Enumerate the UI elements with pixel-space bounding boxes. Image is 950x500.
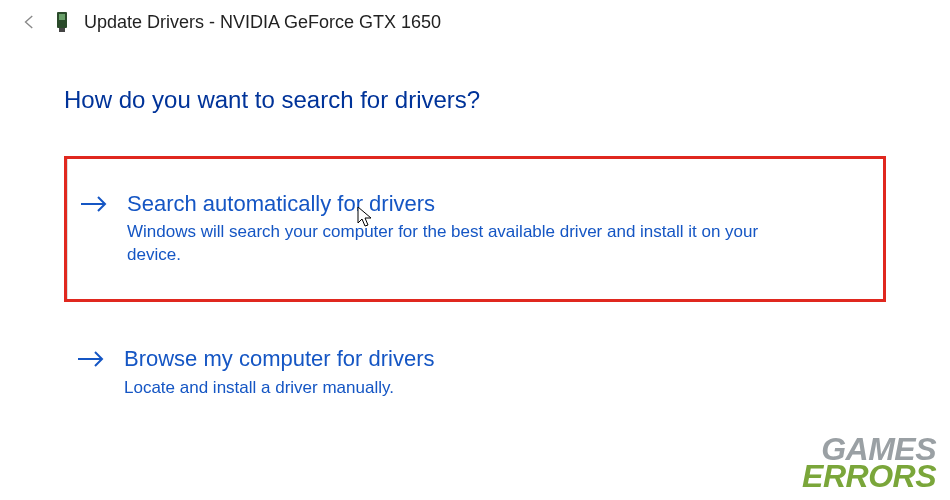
device-gpu-icon xyxy=(54,10,70,34)
option-text: Search automatically for drivers Windows… xyxy=(127,191,865,267)
arrow-right-icon xyxy=(76,348,106,372)
question-heading: How do you want to search for drivers? xyxy=(64,86,886,114)
back-arrow-icon[interactable] xyxy=(20,12,40,32)
window-title: Update Drivers - NVIDIA GeForce GTX 1650 xyxy=(84,12,441,33)
dialog-content: How do you want to search for drivers? S… xyxy=(0,42,950,418)
titlebar: Update Drivers - NVIDIA GeForce GTX 1650 xyxy=(0,0,950,42)
option-description: Windows will search your computer for th… xyxy=(127,221,767,267)
watermark-line1: GAMES xyxy=(802,436,936,463)
option-text: Browse my computer for drivers Locate an… xyxy=(124,346,868,399)
option-list: Search automatically for drivers Windows… xyxy=(64,156,886,418)
option-description: Locate and install a driver manually. xyxy=(124,377,764,400)
watermark: GAMES ERRORS xyxy=(802,436,936,490)
option-title: Search automatically for drivers xyxy=(127,191,865,217)
arrow-right-icon xyxy=(79,193,109,217)
option-search-automatically[interactable]: Search automatically for drivers Windows… xyxy=(64,156,886,302)
svg-rect-1 xyxy=(59,14,65,20)
svg-rect-2 xyxy=(59,28,65,32)
option-title: Browse my computer for drivers xyxy=(124,346,868,372)
watermark-line2: ERRORS xyxy=(802,463,936,490)
option-browse-computer[interactable]: Browse my computer for drivers Locate an… xyxy=(64,328,886,417)
